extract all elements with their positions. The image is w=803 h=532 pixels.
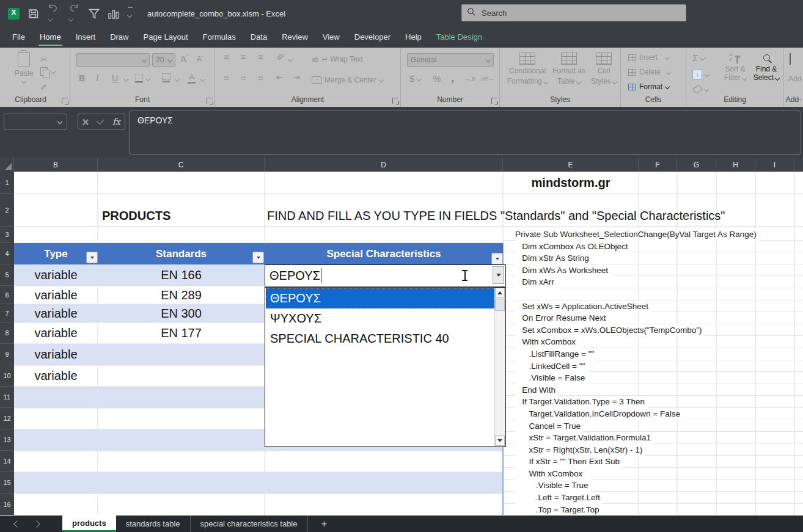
italic-button[interactable]: I	[96, 73, 99, 83]
dropdown-scrollbar[interactable]	[494, 288, 505, 446]
cell-type[interactable]: variable	[14, 322, 98, 344]
formula-bar-input[interactable]: ΘΕΡΟΥΣ	[129, 111, 801, 155]
row-header[interactable]: 2	[0, 194, 14, 227]
borders-button[interactable]	[135, 75, 150, 82]
cell-e1[interactable]: mindstorm.gr	[503, 172, 639, 194]
fill-chevron-icon[interactable]	[175, 77, 180, 82]
filter-button-special-characteristics[interactable]	[491, 253, 503, 264]
align-center-icon[interactable]: ≡	[241, 75, 246, 81]
tab-developer[interactable]: Developer	[347, 28, 398, 47]
row-header[interactable]: 13	[0, 429, 14, 451]
scroll-down-button[interactable]	[495, 435, 505, 446]
format-as-table-button[interactable]: Format as Table	[550, 53, 588, 86]
format-painter-button[interactable]: ✐	[40, 82, 47, 93]
filter-icon[interactable]	[89, 9, 100, 19]
cell-d2[interactable]: FIND AND FILL AS YOU TYPE IN FIELDS "Sta…	[267, 205, 725, 227]
sheet-tab-special-characteristics-table[interactable]: special characteristics table	[191, 516, 308, 532]
delete-cells-button[interactable]: Delete	[628, 68, 670, 76]
cell-type[interactable]: variable	[14, 304, 98, 322]
cell-standard[interactable]: EN 289	[98, 286, 265, 304]
new-sheet-button[interactable]: +	[321, 518, 328, 530]
sheet-nav-left-icon[interactable]	[13, 520, 20, 527]
orientation-button[interactable]: ab	[275, 51, 285, 61]
row-header[interactable]: 9	[0, 344, 14, 365]
dropdown-option[interactable]: ΨΥΧΟΥΣ	[266, 308, 496, 329]
increase-indent-icon[interactable]: ⇥	[293, 75, 300, 81]
increase-decimal-button[interactable]: ←.0	[464, 75, 475, 82]
bold-button[interactable]: B	[79, 73, 85, 83]
sheet-tab-products[interactable]: products	[62, 516, 116, 532]
select-all-corner[interactable]	[0, 158, 14, 172]
cell-type[interactable]: variable	[14, 365, 98, 387]
row-header[interactable]: 6	[0, 286, 14, 304]
tab-table-design[interactable]: Table Design	[429, 28, 490, 47]
filter-button-type[interactable]	[86, 252, 98, 263]
format-cells-button[interactable]: Format	[628, 82, 669, 91]
column-header-h[interactable]: H	[716, 158, 755, 172]
column-header-c[interactable]: C	[98, 158, 265, 172]
row-header[interactable]: 14	[0, 451, 14, 472]
column-header-e[interactable]: E	[503, 158, 639, 172]
save-icon[interactable]	[28, 9, 38, 19]
tab-home[interactable]: Home	[32, 28, 68, 47]
conditional-formatting-button[interactable]: Conditional Formatting	[507, 53, 548, 86]
sheet-tab-standards-table[interactable]: standards table	[116, 516, 191, 532]
spreadsheet-grid[interactable]: Type Standards Special Characteristics m…	[14, 172, 803, 515]
fill-button[interactable]: ↓	[692, 70, 709, 79]
font-size-combo[interactable]: 20	[152, 53, 175, 67]
row-header[interactable]: 5	[0, 264, 14, 286]
paste-button[interactable]: Paste	[15, 52, 34, 83]
table-header-standards[interactable]: Standards	[98, 243, 265, 264]
tab-review[interactable]: Review	[274, 28, 315, 47]
tab-help[interactable]: Help	[398, 28, 429, 47]
cell-type[interactable]: variable	[14, 344, 98, 365]
percent-style-button[interactable]: %	[433, 73, 441, 84]
cell-standard[interactable]: EN 177	[98, 322, 265, 344]
row-header[interactable]: 1	[0, 172, 14, 194]
grow-font-button[interactable]: Aˆ	[180, 54, 188, 64]
scroll-up-button[interactable]	[495, 288, 505, 298]
row-header[interactable]: 15	[0, 472, 14, 494]
column-header-i[interactable]: I	[755, 158, 794, 172]
cut-button[interactable]: ✂	[40, 54, 47, 65]
redo-icon[interactable]	[68, 4, 80, 24]
enter-icon[interactable]	[97, 117, 105, 125]
font-name-combo[interactable]	[76, 53, 150, 67]
name-box[interactable]	[4, 114, 67, 129]
cell-type[interactable]: variable	[14, 264, 98, 286]
row-header[interactable]: 7	[0, 304, 14, 322]
align-right-icon[interactable]: ≡	[258, 75, 263, 81]
number-dialog-launcher-icon[interactable]	[491, 98, 497, 104]
search-box[interactable]	[461, 4, 686, 21]
table-header-type[interactable]: Type	[14, 243, 98, 264]
cell-styles-button[interactable]: Cell Styles	[589, 53, 618, 86]
addins-button[interactable]	[790, 54, 791, 65]
tab-view[interactable]: View	[315, 28, 347, 47]
cancel-icon[interactable]	[82, 118, 89, 125]
cell-standard[interactable]: EN 166	[98, 264, 265, 286]
column-header-f[interactable]: F	[639, 158, 677, 172]
decrease-indent-icon[interactable]: ⇤	[276, 75, 283, 81]
align-left-icon[interactable]: ≡	[224, 75, 229, 81]
fill-color-button[interactable]	[162, 73, 171, 82]
chart-icon[interactable]	[108, 9, 119, 19]
clipboard-dialog-launcher-icon[interactable]	[62, 98, 68, 104]
tab-draw[interactable]: Draw	[103, 28, 136, 47]
tab-file[interactable]: File	[5, 28, 32, 47]
cell-type[interactable]: variable	[14, 286, 98, 304]
wrap-text-button[interactable]: ab↩ Wrap Text	[312, 55, 363, 64]
autocomplete-combobox-input[interactable]: ΘΕΡΟΥΣ	[265, 264, 506, 286]
merge-center-button[interactable]: ↔ Merge & Center	[312, 76, 383, 84]
combobox-dropdown-button[interactable]	[493, 266, 504, 284]
font-color-chevron-icon[interactable]	[200, 77, 205, 82]
table-header-special-characteristics[interactable]: Special Characteristics	[265, 243, 503, 264]
align-top-icon[interactable]: ≡	[224, 54, 229, 60]
qat-customize-chevron-icon[interactable]	[128, 7, 133, 21]
tab-formulas[interactable]: Formulas	[196, 28, 243, 47]
sheet-nav-right-icon[interactable]	[33, 520, 40, 527]
decrease-decimal-button[interactable]: .00→	[480, 75, 494, 82]
insert-function-icon[interactable]: fx	[112, 117, 120, 126]
align-middle-icon[interactable]: ≡	[241, 54, 246, 60]
copy-button[interactable]	[40, 67, 55, 76]
autosum-button[interactable]: Σ	[692, 53, 705, 63]
